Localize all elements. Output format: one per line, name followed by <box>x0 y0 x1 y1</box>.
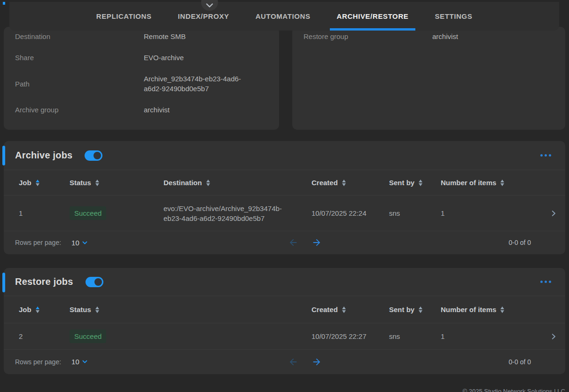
archive-jobs-pagination: Rows per page: 10 0-0 of 0 <box>4 231 565 254</box>
archive-job-row[interactable]: 1 Succeed evo:/EVO-archive/Archive_92b34… <box>4 196 565 231</box>
sent-by-cell: sns <box>389 208 441 218</box>
detail-row-share: Share EVO-archive <box>15 46 272 70</box>
arrow-left-icon <box>288 237 298 248</box>
restore-group-value: archivist <box>432 31 558 41</box>
tab-replications[interactable]: REPLICATIONS <box>83 2 165 31</box>
sort-icon <box>36 306 39 313</box>
sort-icon <box>95 180 99 186</box>
sort-icon <box>206 180 210 186</box>
previous-page-button[interactable] <box>288 356 299 368</box>
share-label: Share <box>15 54 144 62</box>
destination-value: Remote SMB <box>144 31 272 41</box>
restore-jobs-table-header: Job Status Created Sent by Number of ite… <box>4 296 565 323</box>
archive-group-label: Archive group <box>15 106 144 114</box>
restore-jobs-title: Restore jobs <box>15 276 73 287</box>
previous-page-button[interactable] <box>288 237 299 248</box>
created-cell: 10/07/2025 22:27 <box>312 331 389 341</box>
sort-icon <box>342 306 346 313</box>
tab-label: REPLICATIONS <box>96 12 152 20</box>
section-accent-bar <box>2 273 5 292</box>
chevron-right-icon <box>549 332 558 341</box>
created-cell: 10/07/2025 22:24 <box>312 208 389 218</box>
archive-jobs-more-button[interactable] <box>538 151 554 159</box>
column-job[interactable]: Job <box>19 179 70 187</box>
sort-icon <box>342 180 346 186</box>
job-id-cell: 1 <box>19 208 70 218</box>
archive-settings-card: Destination Remote SMB Share EVO-archive… <box>4 27 279 130</box>
tab-settings[interactable]: SETTINGS <box>421 2 485 31</box>
toggle-thumb <box>94 152 101 159</box>
ellipsis-icon <box>540 281 543 283</box>
column-sent-by[interactable]: Sent by <box>389 179 441 187</box>
path-value: Archive_92b3474b-eb23-4ad6-a6d2-92490bd0… <box>144 74 243 94</box>
column-created[interactable]: Created <box>312 179 389 187</box>
restore-jobs-header: Restore jobs <box>4 268 565 296</box>
rows-per-page-select[interactable]: 10 <box>71 239 87 247</box>
share-value: EVO-archive <box>144 53 272 63</box>
pagination-range: 0-0 of 0 <box>509 239 531 246</box>
column-destination[interactable]: Destination <box>164 179 312 187</box>
tab-label: SETTINGS <box>435 12 472 20</box>
row-expand-button[interactable] <box>541 209 558 218</box>
items-cell: 1 <box>441 208 541 218</box>
column-number-of-items[interactable]: Number of items <box>441 179 541 187</box>
arrow-left-icon <box>288 357 298 367</box>
active-tab-indicator <box>330 28 416 31</box>
status-cell: Succeed <box>70 206 164 220</box>
path-label: Path <box>15 80 144 88</box>
archive-group-value: archivist <box>144 105 272 115</box>
tab-automations[interactable]: AUTOMATIONS <box>242 2 324 31</box>
status-cell: Succeed <box>70 329 312 343</box>
column-number-of-items[interactable]: Number of items <box>441 306 541 314</box>
sort-icon <box>419 306 422 313</box>
sort-icon <box>95 306 99 313</box>
chevron-down-icon <box>206 3 213 8</box>
archive-jobs-table-header: Job Status Destination Created Sent by N… <box>4 170 565 196</box>
archive-jobs-header: Archive jobs <box>4 141 565 170</box>
restore-jobs-pagination: Rows per page: 10 0-0 of 0 <box>4 350 565 374</box>
copyright-notice: © 2025 Studio Network Solutions LLC <box>463 388 565 392</box>
column-created[interactable]: Created <box>312 306 389 314</box>
sort-icon <box>500 180 504 186</box>
tab-label: ARCHIVE/RESTORE <box>337 12 409 20</box>
status-badge: Succeed <box>70 329 106 343</box>
sent-by-cell: sns <box>389 331 441 341</box>
restore-group-label: Restore group <box>304 32 432 40</box>
archive-jobs-title: Archive jobs <box>15 150 72 161</box>
sort-icon <box>36 180 39 186</box>
restore-jobs-section: Restore jobs Job Status Created Sent by … <box>4 268 565 374</box>
tab-archive-restore[interactable]: ARCHIVE/RESTORE <box>324 2 422 31</box>
arrow-right-icon <box>312 237 322 248</box>
destination-cell: evo:/EVO-archive/Archive_92b3474b-eb23-4… <box>164 204 282 223</box>
next-page-button[interactable] <box>311 237 322 248</box>
detail-row-path: Path Archive_92b3474b-eb23-4ad6-a6d2-924… <box>15 70 272 98</box>
column-sent-by[interactable]: Sent by <box>389 306 441 314</box>
toggle-thumb <box>94 278 102 286</box>
rows-per-page-label: Rows per page: <box>15 239 61 246</box>
status-badge: Succeed <box>70 206 106 220</box>
chevron-down-icon <box>82 360 87 363</box>
job-id-cell: 2 <box>19 331 70 341</box>
row-expand-button[interactable] <box>541 332 558 341</box>
tab-label: AUTOMATIONS <box>256 12 311 20</box>
column-status[interactable]: Status <box>70 306 312 314</box>
archive-jobs-toggle[interactable] <box>85 150 102 161</box>
sort-icon <box>419 180 422 186</box>
section-accent-bar <box>2 146 5 165</box>
restore-jobs-toggle[interactable] <box>86 277 103 287</box>
sort-icon <box>500 306 504 313</box>
scroll-accent-fragment <box>3 2 5 5</box>
column-job[interactable]: Job <box>19 306 70 314</box>
archive-jobs-section: Archive jobs Job Status Destination Crea… <box>4 141 565 254</box>
chevron-right-icon <box>549 209 558 218</box>
arrow-right-icon <box>312 357 322 367</box>
column-status[interactable]: Status <box>70 179 164 187</box>
ellipsis-icon <box>540 154 543 157</box>
rows-per-page-label: Rows per page: <box>15 358 61 366</box>
detail-row-archive-group: Archive group archivist <box>15 98 272 122</box>
rows-per-page-select[interactable]: 10 <box>71 358 87 366</box>
restore-settings-card: Restore group archivist <box>292 27 565 130</box>
restore-job-row[interactable]: 2 Succeed 10/07/2025 22:27 sns 1 <box>4 323 565 350</box>
next-page-button[interactable] <box>311 356 322 368</box>
restore-jobs-more-button[interactable] <box>538 278 554 286</box>
